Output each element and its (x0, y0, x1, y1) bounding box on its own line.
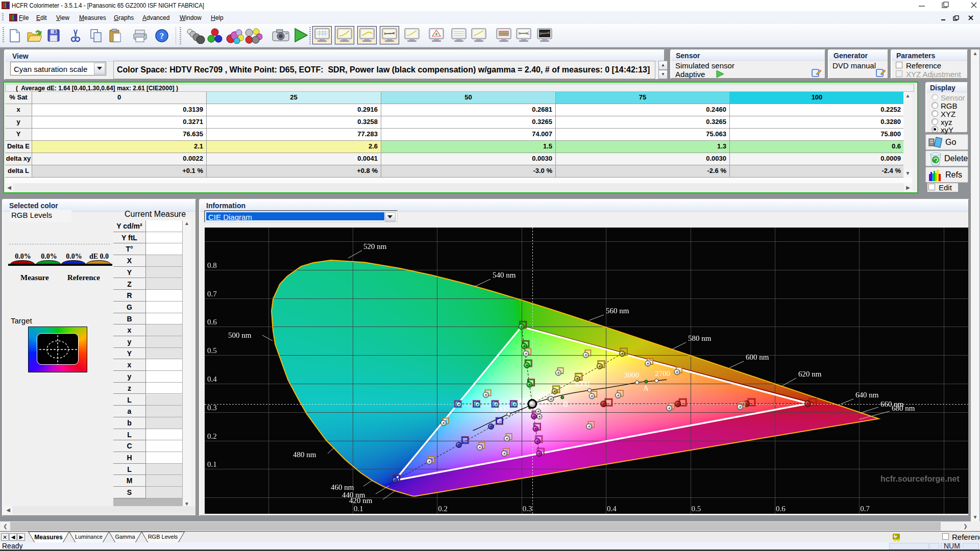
svg-text:?: ? (160, 31, 164, 41)
